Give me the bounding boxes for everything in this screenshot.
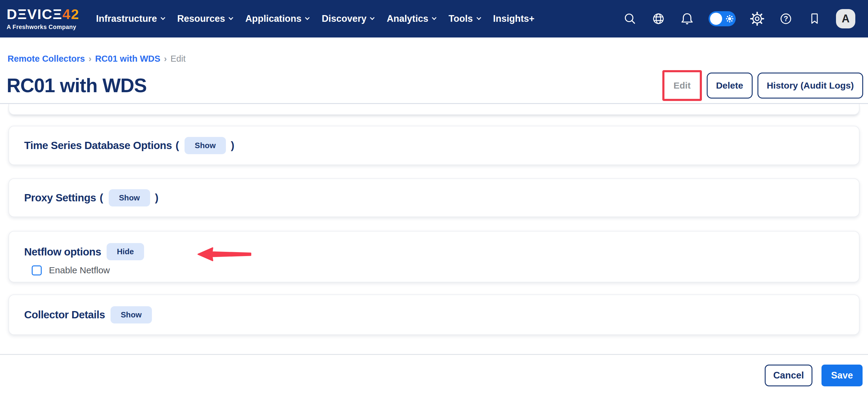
breadcrumb-separator: ›	[89, 54, 92, 64]
nav-item-resources[interactable]: Resources	[171, 13, 239, 24]
globe-icon[interactable]	[651, 11, 665, 26]
header-actions: Edit Delete History (Audit Logs)	[662, 70, 863, 101]
nav-item-label: Discovery	[322, 13, 366, 24]
page-header: RC01 with WDS Edit Delete History (Audit…	[7, 70, 863, 101]
nav-item-label: Insights+	[493, 13, 534, 24]
avatar-initial: A	[842, 12, 849, 25]
paren-open: (	[100, 192, 103, 204]
brand-wordmark: DΞVICΞ42	[7, 7, 80, 21]
bookmark-icon[interactable]	[807, 11, 822, 26]
paren-close: )	[155, 192, 159, 204]
chevron-down-icon	[160, 15, 165, 20]
history-audit-logs-button[interactable]: History (Audit Logs)	[757, 73, 863, 99]
main-menu: Infrastructure Resources Applications Di…	[90, 13, 540, 24]
show-button-tsdb[interactable]: Show	[185, 137, 226, 154]
section-title: Netflow options	[24, 246, 101, 258]
notifications-bell-icon[interactable]	[680, 11, 694, 26]
section-title: Proxy Settings	[24, 192, 96, 204]
section-title: Collector Details	[24, 309, 105, 321]
breadcrumb-link-rc01[interactable]: RC01 with WDS	[95, 54, 160, 64]
breadcrumb-separator: ›	[164, 54, 167, 64]
brand-logo[interactable]: DΞVICΞ42 A Freshworks Company	[7, 7, 80, 31]
nav-item-label: Resources	[177, 13, 225, 24]
chevron-down-icon	[305, 15, 310, 20]
help-glyph: ?	[784, 15, 788, 23]
brand-tagline: A Freshworks Company	[7, 24, 80, 31]
brand-wordmark-text: DΞVICΞ	[7, 7, 63, 21]
sun-icon	[726, 15, 734, 24]
nav-item-insights[interactable]: Insights+	[487, 13, 541, 24]
nav-item-tools[interactable]: Tools	[442, 13, 487, 24]
paren-close: )	[231, 139, 235, 151]
breadcrumb-current: Edit	[170, 54, 185, 64]
enable-netflow-label: Enable Netflow	[49, 265, 110, 275]
nav-item-label: Infrastructure	[96, 13, 157, 24]
section-time-series-database-options: Time Series Database Options ( Show )	[8, 126, 860, 165]
navbar-icons: ? A	[623, 9, 855, 28]
section-proxy-settings: Proxy Settings ( Show )	[8, 178, 860, 217]
section-collector-details: Collector Details Show	[8, 294, 860, 335]
nav-item-infrastructure[interactable]: Infrastructure	[90, 13, 171, 24]
footer-actions: Cancel Save	[0, 355, 868, 386]
partial-card	[8, 104, 860, 115]
show-button-collector[interactable]: Show	[111, 306, 152, 324]
nav-item-discovery[interactable]: Discovery	[315, 13, 380, 24]
save-button[interactable]: Save	[822, 365, 863, 386]
page-content: Remote Collectors › RC01 with WDS › Edit…	[0, 37, 868, 386]
theme-toggle[interactable]	[709, 11, 736, 26]
breadcrumb-link-remote-collectors[interactable]: Remote Collectors	[7, 54, 85, 64]
help-icon[interactable]: ?	[779, 11, 793, 26]
toggle-knob	[710, 13, 722, 25]
search-icon[interactable]	[623, 12, 637, 26]
chevron-down-icon	[370, 15, 375, 20]
paren-open: (	[176, 139, 179, 151]
page-title: RC01 with WDS	[7, 74, 147, 97]
edit-highlight-annotation: Edit	[662, 70, 702, 101]
chevron-down-icon	[476, 15, 481, 20]
breadcrumb: Remote Collectors › RC01 with WDS › Edit	[7, 53, 868, 64]
nav-item-label: Tools	[448, 13, 473, 24]
user-avatar[interactable]: A	[836, 9, 855, 28]
chevron-down-icon	[432, 15, 437, 20]
top-navbar: DΞVICΞ42 A Freshworks Company Infrastruc…	[0, 0, 868, 37]
edit-button[interactable]: Edit	[664, 72, 700, 99]
hide-button-netflow[interactable]: Hide	[106, 243, 144, 260]
netflow-header-row: Netflow options Hide	[9, 243, 859, 260]
nav-item-label: Analytics	[386, 13, 428, 24]
nav-item-applications[interactable]: Applications	[239, 13, 315, 24]
red-arrow-annotation	[197, 247, 252, 263]
enable-netflow-checkbox[interactable]	[32, 265, 42, 275]
nav-item-analytics[interactable]: Analytics	[380, 13, 442, 24]
enable-netflow-row: Enable Netflow	[32, 265, 859, 275]
brand-number: 42	[63, 7, 80, 21]
nav-item-label: Applications	[245, 13, 302, 24]
section-netflow-options: Netflow options Hide Enable Netflow	[8, 231, 860, 282]
show-button-proxy[interactable]: Show	[109, 189, 150, 206]
settings-gear-icon[interactable]	[750, 11, 765, 26]
cancel-button[interactable]: Cancel	[765, 365, 812, 386]
chevron-down-icon	[229, 15, 234, 20]
section-title: Time Series Database Options	[24, 139, 172, 151]
delete-button[interactable]: Delete	[707, 73, 753, 99]
